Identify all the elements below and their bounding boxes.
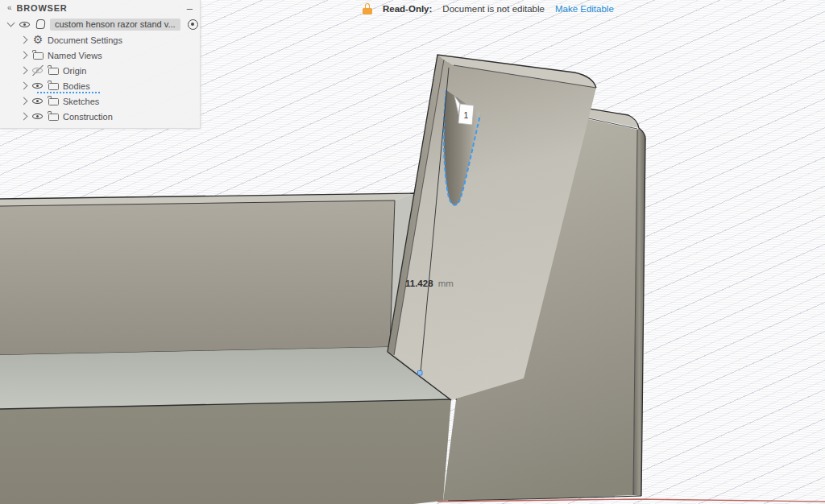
eye-icon[interactable] [32, 96, 44, 106]
chevron-right-icon[interactable] [20, 36, 28, 44]
activate-component-icon[interactable] [188, 19, 198, 30]
lock-icon [363, 3, 372, 14]
folder-icon [48, 83, 59, 90]
tree-item-label[interactable]: Document Settings [48, 35, 122, 45]
eye-icon[interactable] [32, 111, 44, 122]
tree-item-label[interactable]: Construction [63, 112, 113, 122]
folder-icon [48, 98, 59, 105]
tree-row-origin[interactable]: Origin [0, 63, 200, 78]
tree-item-label[interactable]: Bodies [63, 81, 90, 91]
collapse-panel-icon[interactable] [7, 4, 10, 12]
sketch-point[interactable] [418, 371, 423, 376]
svg-text:1: 1 [464, 110, 469, 120]
chevron-right-icon[interactable] [20, 113, 28, 121]
tree-row-bodies[interactable]: Bodies [0, 78, 200, 93]
chevron-right-icon[interactable] [20, 97, 28, 105]
tree-row-document-settings[interactable]: Document Settings [0, 32, 200, 48]
folder-icon [33, 52, 44, 60]
make-editable-button[interactable]: Make Editable [555, 4, 614, 14]
browser-header: BROWSER [0, 0, 200, 16]
tree-items: Document SettingsNamed ViewsOriginBodies… [0, 32, 200, 124]
component-icon [35, 19, 45, 29]
tree-item-label[interactable]: Origin [63, 66, 86, 76]
tree-row-root-component[interactable]: custom henson razor stand v... [0, 16, 200, 32]
chevron-right-icon[interactable] [20, 82, 28, 90]
readonly-message: Document is not editable [442, 4, 545, 14]
eye-icon[interactable] [32, 81, 44, 91]
chevron-right-icon[interactable] [20, 67, 28, 75]
dimension-label: 11.428 mm [405, 279, 454, 288]
folder-icon [48, 68, 59, 75]
chevron-down-icon[interactable] [7, 19, 15, 27]
tray-back-wall[interactable] [0, 193, 414, 355]
browser-panel[interactable]: BROWSER custom henson razor stand v... D… [0, 0, 201, 129]
eye-off-icon[interactable] [32, 65, 44, 76]
tree-item-label[interactable]: Named Views [48, 51, 102, 60]
document-title[interactable]: custom henson razor stand v... [50, 19, 180, 31]
tree-item-label[interactable]: Sketches [63, 97, 99, 106]
tray-front-wall[interactable] [0, 399, 451, 504]
gear-icon [33, 35, 44, 44]
tree-row-sketches[interactable]: Sketches [0, 93, 200, 109]
tray-floor[interactable] [0, 347, 451, 409]
tree-row-construction[interactable]: Construction [0, 109, 200, 124]
readonly-label: Read-Only: [383, 4, 432, 14]
chevron-right-icon[interactable] [20, 52, 28, 60]
browser-title: BROWSER [17, 3, 68, 13]
tree-row-named-views[interactable]: Named Views [0, 48, 200, 63]
eye-icon[interactable] [19, 19, 31, 30]
folder-icon [48, 114, 59, 121]
minimize-panel-icon[interactable] [187, 3, 193, 14]
readonly-banner: Read-Only: Document is not editable Make… [363, 2, 614, 16]
